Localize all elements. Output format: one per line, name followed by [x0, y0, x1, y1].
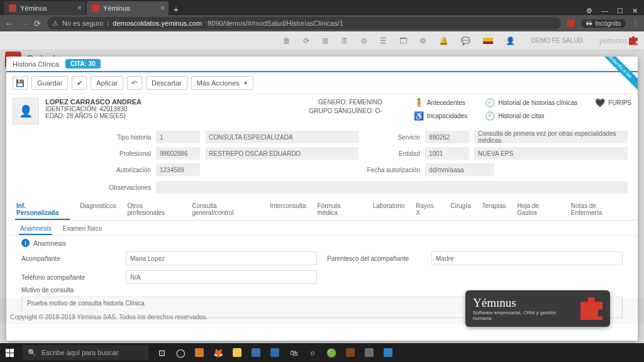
taskview-icon[interactable]: ⊡	[156, 347, 167, 358]
edge-icon[interactable]: e	[307, 347, 318, 358]
servicio-code[interactable]: 890262	[425, 131, 469, 143]
close-icon[interactable]: ×	[77, 4, 82, 13]
label-telefono: Teléfono acompañante	[21, 274, 116, 281]
telefono-input[interactable]	[126, 270, 317, 284]
reload-icon[interactable]: ⟳	[34, 19, 41, 28]
app-icon[interactable]	[382, 347, 394, 358]
patient-photo: 👤	[13, 98, 39, 124]
settings-dot-icon[interactable]: ⚙	[586, 7, 592, 15]
link-furips[interactable]: 🖤FURIPS	[595, 98, 631, 107]
acompanante-input[interactable]	[126, 251, 317, 265]
tab-title: Yéminus	[20, 4, 47, 12]
file-explorer-icon[interactable]	[231, 347, 243, 358]
fecha-autorizacion-value[interactable]: dd/mm/aaaa	[425, 163, 494, 176]
patient-name: LOPEZ CARRASCO ANDREA	[45, 98, 142, 106]
aplicar-button[interactable]: Aplicar	[91, 76, 123, 90]
tab-rayos-x[interactable]: Rayos X	[414, 200, 440, 220]
label-acompanante: Acompañante	[21, 255, 116, 262]
tab-terapias[interactable]: Terapias	[481, 200, 508, 220]
label-observaciones: Observaciones	[82, 184, 151, 191]
autorizacion-value[interactable]: 1234589	[156, 163, 200, 176]
link-historial-citas[interactable]: 🕘Historial de citas	[485, 111, 577, 121]
chrome-icon[interactable]: 🟢	[326, 347, 337, 358]
label-profesional: Profesional	[82, 150, 151, 157]
link-antecedentes[interactable]: 🧍Antecedentes	[414, 98, 468, 107]
tab-cirug-a[interactable]: Cirugía	[449, 200, 472, 220]
insecure-icon: ⚠	[52, 19, 58, 28]
extension-icon[interactable]	[567, 19, 575, 27]
close-icon[interactable]: ×	[160, 4, 165, 13]
puzzle-icon	[580, 297, 602, 320]
back-icon[interactable]: ←	[5, 19, 13, 28]
person-icon: 🧍	[414, 98, 424, 107]
servicio-desc[interactable]: Consulta de primera vez por otras especi…	[474, 131, 628, 143]
tab-hoja-de-gastos[interactable]: Hoja de Gastos	[516, 200, 560, 220]
descartar-button[interactable]: Descartar	[146, 76, 187, 90]
check-button[interactable]: ✔	[72, 76, 87, 90]
store-icon[interactable]: 🛍	[288, 347, 299, 358]
forward-icon[interactable]: →	[19, 19, 28, 28]
heart-icon: 🖤	[595, 98, 605, 107]
history-icon: 🕘	[485, 98, 495, 107]
tipo-historia-desc[interactable]: CONSULTA ESPECIALIZADA	[205, 131, 358, 143]
tab-interconsulta[interactable]: Interconsulta	[269, 200, 307, 220]
info-icon: i	[21, 239, 30, 247]
save-icon-button[interactable]: 💾	[13, 76, 28, 90]
tab-otros-profesionales[interactable]: Otros profesionales	[126, 200, 182, 220]
subtab-examen-f-sico[interactable]: Examen físico	[61, 223, 103, 235]
footer-copyright: Copyright © 2018-2019 Yéminus SAS. Todos…	[10, 314, 208, 321]
tab-favicon	[92, 4, 99, 12]
label-fecha-autorizacion: Fecha autorización	[364, 167, 420, 173]
brand-panel: Yémınus Software empresarial, CRM y gest…	[465, 290, 610, 327]
app-icon[interactable]	[269, 347, 280, 358]
brand-name: Yémınus	[473, 296, 575, 310]
entidad-code[interactable]: 1001	[425, 147, 469, 160]
tabs-sub: AnamnesisExamen físico	[6, 221, 638, 236]
new-tab-button[interactable]: +	[170, 3, 182, 15]
app-icon[interactable]	[194, 347, 205, 358]
app-icon[interactable]	[364, 347, 375, 358]
search-icon: 🔍	[28, 349, 36, 357]
browser-tab[interactable]: Yéminus ×	[87, 1, 169, 15]
maximize-icon[interactable]: ☐	[617, 7, 623, 15]
tab-notas-de-enfermer-a[interactable]: Notas de Enfermería	[570, 200, 629, 220]
guardar-button[interactable]: Guardar	[31, 76, 68, 90]
search-placeholder: Escribe aquí para buscar	[42, 349, 118, 356]
brand-tagline: Software empresarial, CRM y gestión huma…	[473, 310, 575, 321]
address-bar[interactable]: ⚠ No es seguro | demoscoldatos.yeminus.c…	[47, 17, 561, 30]
close-window-icon[interactable]: ✕	[632, 7, 638, 15]
tab-consulta-general-control[interactable]: Consulta general/control	[191, 200, 260, 220]
observaciones-input[interactable]	[156, 181, 628, 194]
section-title: Anamnesis	[33, 239, 66, 247]
link-historial-historias[interactable]: 🕘Historial de historias clínicas	[485, 98, 577, 107]
minimize-icon[interactable]: —	[601, 7, 608, 15]
label-servicio: Servicio	[364, 134, 420, 141]
label-entidad: Entidad	[364, 150, 420, 157]
cortana-icon[interactable]: ◯	[175, 347, 186, 358]
modal-title: Historia Clínica	[13, 60, 59, 68]
menu-icon[interactable]: ⋮	[632, 19, 639, 28]
link-incapacidades[interactable]: ♿Incapacidades	[414, 111, 468, 121]
parentesco-input[interactable]	[431, 251, 623, 265]
browser-tab[interactable]: Yéminus ×	[4, 1, 86, 15]
app-icon[interactable]	[250, 347, 262, 358]
app-icon[interactable]	[345, 347, 356, 358]
profesional-desc[interactable]: RESTREPO OSCAR EDUARDO	[205, 147, 358, 160]
start-button[interactable]	[0, 343, 19, 362]
url-host: demoscoldatos.yeminus.com	[113, 19, 202, 27]
tab-inf-personalizada[interactable]: Inf. Personalizada	[15, 200, 70, 220]
tab-title: Yéminus	[103, 4, 130, 12]
profesional-code[interactable]: 98602886	[156, 147, 200, 160]
incognito-badge: 🕶 Incógnito	[581, 19, 626, 28]
windows-search[interactable]: 🔍 Escribe aquí para buscar	[23, 345, 148, 360]
tab-f-rmula-m-dica[interactable]: Fórmula médica	[316, 200, 363, 220]
entidad-desc[interactable]: NUEVA EPS	[474, 147, 628, 160]
tipo-historia-code[interactable]: 1	[156, 131, 200, 143]
firefox-icon[interactable]: 🦊	[213, 347, 224, 358]
label-parentesco: Parentesco del acompañante	[327, 255, 421, 262]
subtab-anamnesis[interactable]: Anamnesis	[19, 223, 52, 235]
mas-acciones-button[interactable]: Más Acciones▼	[191, 76, 254, 90]
undo-button[interactable]: ↶	[127, 76, 142, 90]
tab-laboratorio[interactable]: Laboratorio	[372, 200, 406, 220]
tab-diagnosticos[interactable]: Diagnosticos	[79, 200, 117, 220]
